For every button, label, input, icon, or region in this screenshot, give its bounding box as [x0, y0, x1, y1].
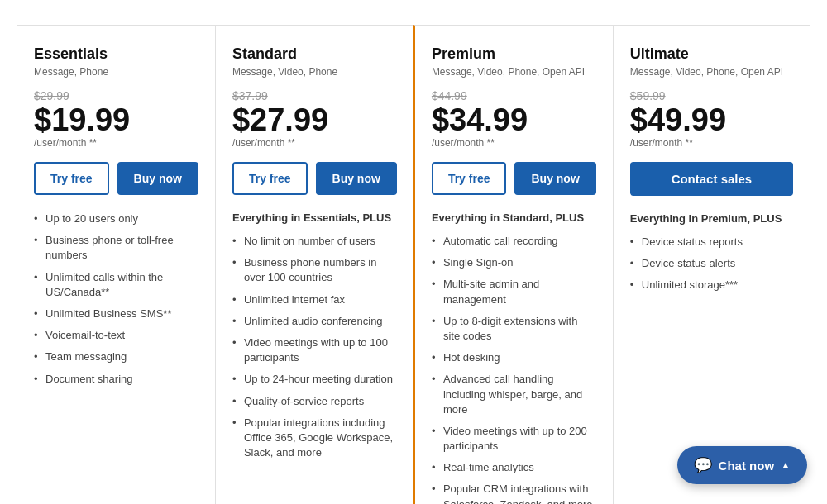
feature-item-ultimate-0: Device status reports: [630, 235, 793, 250]
feature-item-standard-6: Quality-of-service reports: [232, 394, 397, 409]
feature-list-standard: No limit on number of usersBusiness phon…: [232, 234, 397, 460]
feature-item-essentials-1: Business phone or toll-free numbers: [34, 233, 198, 263]
feature-item-premium-2: Multi-site admin and management: [432, 277, 596, 307]
chat-icon: 💬: [694, 456, 712, 474]
feature-item-premium-1: Single Sign-on: [432, 255, 596, 270]
plus-label-standard: Everything in Essentials, PLUS: [232, 212, 397, 224]
plan-card-essentials: Essentials Message, Phone $29.99 $19.99 …: [17, 25, 215, 504]
plan-card-premium: Premium Message, Video, Phone, Open API …: [414, 25, 613, 504]
feature-item-premium-6: Video meetings with up to 200 participan…: [432, 424, 596, 454]
feature-item-premium-4: Hot desking: [432, 350, 596, 365]
plan-name-ultimate: Ultimate: [630, 45, 793, 63]
original-price-premium: $44.99: [432, 89, 596, 102]
feature-item-standard-0: No limit on number of users: [232, 234, 397, 249]
feature-list-essentials: Up to 20 users onlyBusiness phone or tol…: [34, 212, 198, 387]
buy-now-button-standard[interactable]: Buy now: [316, 162, 397, 195]
plan-card-standard: Standard Message, Video, Phone $37.99 $2…: [215, 25, 414, 504]
current-price-ultimate: $49.99: [630, 104, 793, 136]
feature-item-ultimate-2: Unlimited storage***: [630, 278, 793, 292]
feature-item-essentials-6: Document sharing: [34, 372, 198, 387]
current-price-standard: $27.99: [232, 104, 397, 136]
pricing-container: Essentials Message, Phone $29.99 $19.99 …: [17, 25, 810, 504]
feature-item-premium-8: Popular CRM integrations with Salesforce…: [432, 482, 596, 504]
button-group-essentials: Try free Buy now: [34, 162, 198, 195]
plan-name-essentials: Essentials: [34, 45, 198, 63]
feature-item-ultimate-1: Device status alerts: [630, 256, 793, 271]
chat-button-label: Chat now: [719, 459, 775, 473]
buy-now-button-essentials[interactable]: Buy now: [117, 162, 198, 195]
feature-item-premium-5: Advanced call handling including whisper…: [432, 372, 596, 417]
chevron-up-icon: ▲: [781, 459, 791, 471]
price-note-essentials: /user/month **: [34, 137, 198, 149]
original-price-standard: $37.99: [232, 89, 397, 102]
plus-label-ultimate: Everything in Premium, PLUS: [630, 212, 793, 225]
feature-item-standard-1: Business phone numbers in over 100 count…: [232, 255, 397, 285]
plus-label-premium: Everything in Standard, PLUS: [432, 212, 596, 224]
feature-item-essentials-2: Unlimited calls within the US/Canada**: [34, 270, 198, 300]
button-group-standard: Try free Buy now: [232, 162, 397, 195]
feature-item-standard-3: Unlimited audio conferencing: [232, 314, 397, 329]
feature-item-essentials-0: Up to 20 users only: [34, 212, 198, 226]
plan-name-premium: Premium: [432, 45, 596, 63]
try-free-button-essentials[interactable]: Try free: [34, 162, 109, 195]
current-price-essentials: $19.99: [34, 104, 198, 136]
feature-item-standard-7: Popular integrations including Office 36…: [232, 416, 397, 461]
current-price-premium: $34.99: [432, 104, 596, 136]
feature-item-premium-0: Automatic call recording: [432, 234, 596, 249]
feature-item-premium-3: Up to 8-digit extensions with site codes: [432, 314, 596, 344]
price-note-standard: /user/month **: [232, 137, 397, 149]
original-price-ultimate: $59.99: [630, 89, 793, 102]
feature-item-essentials-4: Voicemail-to-text: [34, 328, 198, 343]
plan-name-standard: Standard: [232, 45, 397, 63]
try-free-button-standard[interactable]: Try free: [232, 162, 308, 195]
button-group-premium: Try free Buy now: [432, 162, 596, 195]
feature-item-essentials-5: Team messaging: [34, 349, 198, 364]
contact-sales-button-ultimate[interactable]: Contact sales: [630, 162, 793, 196]
plan-subtitle-essentials: Message, Phone: [34, 66, 198, 78]
plan-subtitle-premium: Message, Video, Phone, Open API: [432, 66, 596, 78]
feature-item-standard-2: Unlimited internet fax: [232, 292, 397, 307]
feature-item-premium-7: Real-time analytics: [432, 460, 596, 475]
feature-list-ultimate: Device status reportsDevice status alert…: [630, 235, 793, 293]
plan-card-ultimate: Ultimate Message, Video, Phone, Open API…: [613, 25, 810, 504]
original-price-essentials: $29.99: [34, 89, 198, 102]
try-free-button-premium[interactable]: Try free: [432, 162, 507, 195]
price-note-ultimate: /user/month **: [630, 137, 793, 149]
plan-subtitle-standard: Message, Video, Phone: [232, 66, 397, 78]
buy-now-button-premium[interactable]: Buy now: [514, 162, 595, 195]
feature-item-standard-5: Up to 24-hour meeting duration: [232, 372, 397, 387]
plan-subtitle-ultimate: Message, Video, Phone, Open API: [630, 66, 793, 78]
feature-list-premium: Automatic call recordingSingle Sign-onMu…: [432, 234, 596, 504]
price-note-premium: /user/month **: [432, 137, 596, 149]
chat-now-button[interactable]: 💬 Chat now ▲: [677, 446, 807, 484]
feature-item-essentials-3: Unlimited Business SMS**: [34, 307, 198, 321]
feature-item-standard-4: Video meetings with up to 100 participan…: [232, 335, 397, 365]
